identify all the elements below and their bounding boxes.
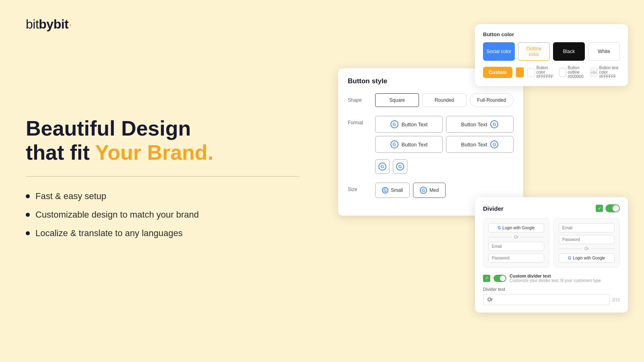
size-medium-label: Med <box>429 187 439 193</box>
custom-color-button[interactable]: Custom <box>483 67 512 78</box>
outline-color-button[interactable]: Outline color <box>518 42 550 61</box>
left-content: Beautiful Design that fit Your Brand. Fa… <box>26 117 299 239</box>
preview-google-btn-left[interactable]: G Login with Google <box>488 223 544 232</box>
custom-divider-text-desc: Customize your divider text, fit your cu… <box>510 278 601 283</box>
divider-title: Divider <box>483 205 504 212</box>
divider-char-count: 2/10 <box>612 298 620 302</box>
divider-text-input[interactable] <box>483 294 610 305</box>
bullet-3 <box>26 231 30 235</box>
button-color-label: Button color#FFFFFF <box>537 66 555 79</box>
g-icon-3: G <box>390 140 398 148</box>
format-label: Format <box>348 116 369 125</box>
size-label: Size <box>348 183 369 192</box>
divider-text-section: Divider text 2/10 <box>483 287 620 305</box>
size-section: Size G Small G Med <box>348 183 514 198</box>
divider-checkbox <box>596 205 603 212</box>
feature-item-2: Customizable design to match your brand <box>26 210 299 220</box>
feature-text-3: Localize & translate to any languages <box>35 228 183 239</box>
outline-color-box <box>559 68 566 77</box>
preview-google-text-right: Login with Google <box>573 256 605 260</box>
preview-google-btn-right[interactable]: G Login with Google <box>559 253 615 263</box>
divider-toggle-track <box>605 204 620 212</box>
custom-divider-text-block: Custom divider text Customize your divid… <box>510 274 601 283</box>
logo-by: by <box>39 17 53 31</box>
color-buttons-row: Social color Outline color Black White <box>483 42 620 61</box>
shape-buttons: Square Rounded Full-Rounded <box>375 93 514 107</box>
feature-item-1: Fast & easy setup <box>26 191 299 202</box>
format-icon-only-btn-1[interactable]: G <box>375 159 390 174</box>
format-icon-only-btn-2[interactable]: G <box>393 159 407 174</box>
shape-label: Shape <box>348 93 369 103</box>
custom-divider-row: Custom divider text Customize your divid… <box>483 274 620 283</box>
g-icon-only-2: G <box>396 162 404 171</box>
text-color-label: Button text color#FFFFFF <box>599 66 620 79</box>
size-content: G Small G Med <box>375 183 514 198</box>
g-icon-medium: G <box>420 187 427 194</box>
format-btn-icon-left-2[interactable]: G Button Text <box>375 136 443 153</box>
feature-text-1: Fast & easy setup <box>35 191 106 202</box>
format-section: Format G Button Text Button Text G G But… <box>348 116 514 174</box>
divider-header: Divider <box>483 204 620 212</box>
custom-color-row: Custom Button color#FFFFFF Button outlin… <box>483 66 620 79</box>
size-medium-button[interactable]: G Med <box>413 183 446 198</box>
outline-color-label: Button outline#000000 <box>568 66 586 79</box>
black-color-button[interactable]: Black <box>553 42 585 61</box>
preview-password-right[interactable] <box>559 235 615 244</box>
divider-card: Divider G Login with Google Or <box>475 197 628 313</box>
custom-divider-toggle[interactable] <box>493 275 506 282</box>
button-color-title: Button color <box>483 31 620 37</box>
button-color-box <box>527 68 535 77</box>
content-divider <box>26 176 299 177</box>
logo-bit: bit <box>26 17 39 31</box>
g-icon-1: G <box>390 120 398 128</box>
preview-g-icon-left: G <box>498 226 501 230</box>
button-style-card: Button style Shape Square Rounded Full-R… <box>338 68 523 216</box>
logo-dot: · <box>68 17 72 31</box>
headline-brand: Your Brand. <box>95 141 213 164</box>
white-color-button[interactable]: White <box>588 42 620 61</box>
feature-list: Fast & easy setup Customizable design to… <box>26 191 299 239</box>
shape-full-rounded-button[interactable]: Full-Rounded <box>470 93 514 107</box>
custom-divider-thumb <box>500 276 506 281</box>
color-info: Button color#FFFFFF Button outline#00000… <box>527 66 620 79</box>
preview-g-icon-right: G <box>568 256 572 260</box>
format-btn-icon-right-2[interactable]: Button Text G <box>446 136 514 153</box>
preview-pane-right: Or G Login with Google <box>553 218 620 268</box>
preview-email-right[interactable] <box>559 223 615 232</box>
g-icon-small: G <box>382 187 388 193</box>
custom-divider-checkbox <box>483 275 490 282</box>
format-btn-text-2: Button Text <box>461 121 487 128</box>
size-small-button[interactable]: G Small <box>375 183 410 198</box>
divider-toggle[interactable] <box>596 204 620 212</box>
feature-text-2: Customizable design to match your brand <box>35 210 199 220</box>
format-btn-text-4: Button Text <box>461 142 487 148</box>
shape-rounded-button[interactable]: Rounded <box>422 93 466 107</box>
shape-square-button[interactable]: Square <box>375 93 419 107</box>
social-color-button[interactable]: Social color <box>483 42 515 61</box>
format-btn-icon-left-1[interactable]: G Button Text <box>375 116 443 133</box>
g-icon-4: G <box>490 140 498 148</box>
format-content: G Button Text Button Text G G Button Tex… <box>375 116 514 174</box>
headline: Beautiful Design that fit Your Brand. <box>26 117 299 165</box>
outline-color-info: Button outline#000000 <box>559 66 586 79</box>
format-btn-icon-right-1[interactable]: Button Text G <box>446 116 514 133</box>
divider-toggle-thumb <box>613 205 619 212</box>
preview-password-left[interactable] <box>488 253 544 263</box>
headline-line2-prefix: that fit <box>26 141 95 164</box>
headline-line1: Beautiful Design <box>26 117 191 140</box>
g-icon-only-1: G <box>378 162 386 171</box>
bullet-2 <box>26 213 30 217</box>
bullet-1 <box>26 194 30 198</box>
ui-cards-container: Button color Social color Outline color … <box>338 24 628 338</box>
size-buttons: G Small G Med <box>375 183 514 198</box>
format-btn-text-1: Button Text <box>402 121 428 128</box>
preview-email-left[interactable] <box>488 242 544 251</box>
divider-text-input-row: 2/10 <box>483 294 620 305</box>
divider-preview-row: G Login with Google Or Or G Login with G… <box>483 218 620 268</box>
logo-bit2: bit <box>54 17 69 31</box>
format-icon-only-row: G G <box>375 159 514 174</box>
shape-content: Square Rounded Full-Rounded <box>375 93 514 107</box>
custom-divider-text-title: Custom divider text <box>510 274 601 278</box>
format-btn-text-3: Button Text <box>402 142 428 148</box>
g-icon-2: G <box>490 120 498 128</box>
